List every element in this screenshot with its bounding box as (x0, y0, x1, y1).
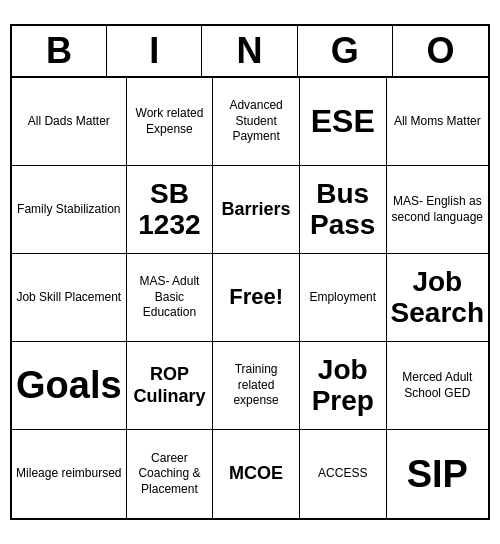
cell-label: Career Coaching & Placement (131, 451, 209, 498)
bingo-cell: ROP Culinary (127, 342, 214, 430)
cell-label: SIP (407, 453, 468, 496)
cell-label: Job Skill Placement (16, 290, 121, 306)
bingo-cell: ESE (300, 78, 387, 166)
bingo-cell: Barriers (213, 166, 300, 254)
cell-label: MAS- English as second language (391, 194, 484, 225)
bingo-cell: Training related expense (213, 342, 300, 430)
header-letter: O (393, 26, 488, 76)
bingo-header: BINGO (12, 26, 488, 78)
bingo-grid: All Dads MatterWork related ExpenseAdvan… (12, 78, 488, 518)
cell-label: ACCESS (318, 466, 367, 482)
cell-label: Mileage reimbursed (16, 466, 121, 482)
bingo-cell: Free! (213, 254, 300, 342)
bingo-cell: SIP (387, 430, 488, 518)
bingo-cell: Mileage reimbursed (12, 430, 127, 518)
cell-label: Job Prep (304, 355, 382, 417)
cell-label: Bus Pass (304, 179, 382, 241)
bingo-cell: MAS- Adult Basic Education (127, 254, 214, 342)
cell-label: MCOE (229, 463, 283, 485)
cell-label: Work related Expense (131, 106, 209, 137)
header-letter: G (298, 26, 393, 76)
bingo-cell: SB 1232 (127, 166, 214, 254)
bingo-cell: Employment (300, 254, 387, 342)
cell-label: Job Search (391, 267, 484, 329)
header-letter: I (107, 26, 202, 76)
cell-label: Family Stabilization (17, 202, 120, 218)
bingo-cell: Family Stabilization (12, 166, 127, 254)
bingo-cell: Merced Adult School GED (387, 342, 488, 430)
cell-label: Free! (229, 284, 283, 310)
cell-label: MAS- Adult Basic Education (131, 274, 209, 321)
bingo-cell: Work related Expense (127, 78, 214, 166)
cell-label: Employment (309, 290, 376, 306)
bingo-cell: Advanced Student Payment (213, 78, 300, 166)
cell-label: All Moms Matter (394, 114, 481, 130)
cell-label: Training related expense (217, 362, 295, 409)
cell-label: SB 1232 (131, 179, 209, 241)
bingo-cell: Job Search (387, 254, 488, 342)
bingo-cell: Job Skill Placement (12, 254, 127, 342)
bingo-cell: Job Prep (300, 342, 387, 430)
bingo-cell: Career Coaching & Placement (127, 430, 214, 518)
bingo-cell: MAS- English as second language (387, 166, 488, 254)
bingo-cell: Bus Pass (300, 166, 387, 254)
bingo-card: BINGO All Dads MatterWork related Expens… (10, 24, 490, 520)
cell-label: ROP Culinary (131, 364, 209, 407)
cell-label: All Dads Matter (28, 114, 110, 130)
bingo-cell: Goals (12, 342, 127, 430)
cell-label: Goals (16, 364, 122, 407)
header-letter: B (12, 26, 107, 76)
header-letter: N (202, 26, 297, 76)
cell-label: Merced Adult School GED (391, 370, 484, 401)
cell-label: Barriers (222, 199, 291, 221)
bingo-cell: MCOE (213, 430, 300, 518)
bingo-cell: All Dads Matter (12, 78, 127, 166)
bingo-cell: ACCESS (300, 430, 387, 518)
bingo-cell: All Moms Matter (387, 78, 488, 166)
cell-label: ESE (311, 104, 375, 139)
cell-label: Advanced Student Payment (217, 98, 295, 145)
